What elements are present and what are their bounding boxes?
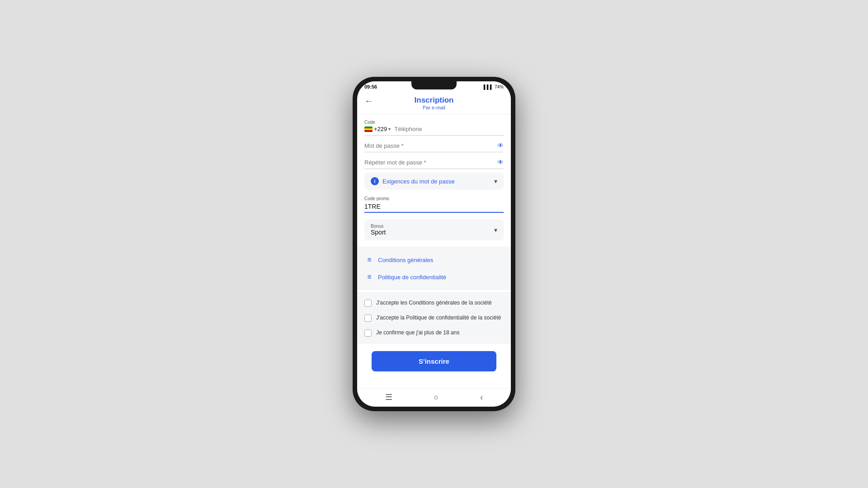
notch	[411, 81, 457, 89]
privacy-checkbox-item: J'accepte la Politique de confidentialit…	[364, 310, 504, 325]
terms-checkbox[interactable]	[364, 300, 372, 307]
terms-checkbox-item: J'accepte les Conditions générales de la…	[364, 296, 504, 310]
header: ← Inscription Par e-mail	[357, 91, 511, 114]
password-req-text: Exigences du mot de passe	[382, 178, 455, 185]
age-checkbox-item: Je confirme que j'ai plus de 18 ans	[364, 325, 504, 340]
country-chevron-icon: ▾	[388, 127, 391, 131]
signal-icon: ▌▌▌	[484, 84, 493, 89]
phone-device: 09:56 ▌▌▌ 74% ← Inscription Par e-mail C…	[353, 77, 515, 411]
privacy-policy-link[interactable]: ≡ Politique de confidentialité	[364, 268, 504, 286]
privacy-policy-text: Politique de confidentialité	[378, 274, 446, 281]
phone-row: +229 ▾	[364, 126, 504, 136]
privacy-checkbox-label: J'accepte la Politique de confidentialit…	[376, 314, 501, 322]
page-title: Inscription	[415, 96, 454, 105]
repeat-password-eye-icon[interactable]: 👁	[497, 159, 504, 166]
repeat-password-field-group: 👁	[364, 156, 504, 169]
phone-screen: 09:56 ▌▌▌ 74% ← Inscription Par e-mail C…	[357, 81, 511, 407]
password-eye-icon[interactable]: 👁	[497, 142, 504, 149]
page-subtitle: Par e-mail	[423, 105, 445, 110]
conditions-generales-link[interactable]: ≡ Conditions générales	[364, 251, 504, 268]
phone-input[interactable]	[394, 126, 504, 132]
phone-input-wrapper	[394, 126, 504, 132]
info-icon: i	[371, 177, 379, 185]
bonus-dropdown[interactable]: Bonus Sport ▾	[364, 219, 504, 240]
nav-back-icon[interactable]: ‹	[480, 393, 483, 402]
conditions-section: ≡ Conditions générales ≡ Politique de co…	[357, 247, 511, 290]
country-code: +229	[374, 126, 387, 132]
nav-bar: ☰ ○ ‹	[357, 388, 511, 407]
nav-menu-icon[interactable]: ☰	[385, 392, 392, 402]
password-req-chevron-icon: ▾	[494, 178, 497, 185]
terms-checkbox-label: J'accepte les Conditions générales de la…	[376, 299, 492, 307]
bonus-left: Bonus Sport	[371, 224, 386, 236]
phone-field-group: Code +229 ▾	[364, 120, 504, 137]
status-icons: ▌▌▌ 74%	[484, 84, 504, 89]
password-req-left: i Exigences du mot de passe	[371, 177, 455, 185]
password-requirements[interactable]: i Exigences du mot de passe ▾	[364, 173, 504, 190]
checkbox-group: J'accepte les Conditions générales de la…	[357, 292, 511, 344]
app-content: ← Inscription Par e-mail Code +229 ▾	[357, 91, 511, 388]
conditions-generales-text: Conditions générales	[378, 257, 433, 263]
promo-input[interactable]	[364, 202, 504, 213]
age-checkbox[interactable]	[364, 329, 372, 337]
submit-button[interactable]: S'inscrire	[372, 351, 496, 371]
doc-icon-generales: ≡	[364, 255, 374, 265]
promo-label: Code promo	[364, 196, 504, 201]
form-area: Code +229 ▾ 👁	[357, 114, 511, 382]
bonus-label: Bonus	[371, 224, 386, 229]
nav-home-icon[interactable]: ○	[434, 393, 439, 402]
status-time: 09:56	[364, 84, 377, 89]
age-checkbox-label: Je confirme que j'ai plus de 18 ans	[376, 329, 459, 337]
country-selector[interactable]: +229 ▾	[364, 126, 391, 132]
bonus-value: Sport	[371, 229, 386, 236]
password-input[interactable]	[364, 142, 497, 149]
doc-icon-privacy: ≡	[364, 272, 374, 282]
phone-label: Code	[364, 120, 504, 125]
privacy-checkbox[interactable]	[364, 314, 372, 322]
country-flag	[364, 127, 373, 132]
back-button[interactable]: ←	[364, 96, 373, 106]
repeat-password-input[interactable]	[364, 159, 497, 166]
promo-group: Code promo	[364, 196, 504, 213]
battery-icon: 74%	[495, 84, 504, 89]
bonus-chevron-icon: ▾	[494, 226, 497, 234]
password-field-group: 👁	[364, 139, 504, 152]
